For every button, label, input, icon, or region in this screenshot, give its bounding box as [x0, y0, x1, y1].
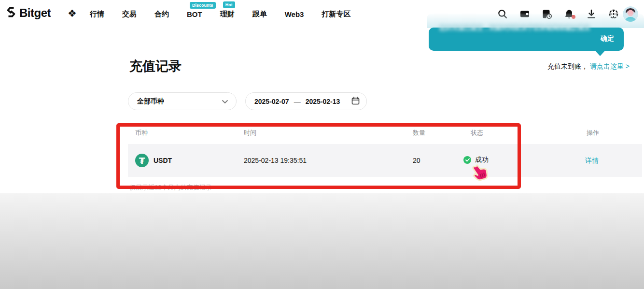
page-title: 充值记录: [129, 58, 182, 75]
coin-filter-value: 全部币种: [137, 97, 164, 106]
col-header-status: 状态: [471, 129, 483, 137]
date-start-value: 2025-02-07: [254, 98, 289, 105]
table-row: ₮ USDT 2025-02-13 19:35:51 20 成功 详情: [128, 144, 642, 177]
status-text: 成功: [475, 156, 489, 164]
nav-item-trade[interactable]: 交易: [122, 10, 137, 19]
date-end-value: 2025-02-13: [306, 98, 340, 105]
deposit-not-arrived-row: 充值未到账， 请点击这里 >: [547, 62, 630, 71]
nav-item-web3[interactable]: Web3: [285, 10, 304, 18]
coin-cell: ₮ USDT: [135, 154, 172, 167]
date-range-separator: —: [294, 98, 301, 105]
click-here-link[interactable]: 请点击这里 >: [590, 62, 630, 70]
status-cell: 成功: [463, 156, 489, 164]
apps-menu-icon[interactable]: ❖: [68, 8, 77, 19]
deposit-time: 2025-02-13 19:35:51: [244, 157, 307, 164]
bitget-deposit-records-page: Bitget ❖ 行情 交易 合约 BOT Discounts 理财 Hot 跟…: [0, 0, 644, 289]
not-arrived-label: 充值未到账，: [547, 62, 588, 70]
calendar-icon: [351, 97, 360, 106]
col-header-action: 操作: [587, 129, 599, 137]
bitget-logo-icon: [6, 7, 16, 19]
nav-item-copy-trading[interactable]: 跟单: [252, 10, 267, 19]
deposit-tooltip-popup: 您的充值已提交，到账时间取决于区块链网络确认情况 确定: [429, 28, 624, 51]
nav-item-earn[interactable]: 理财 Hot: [220, 10, 235, 19]
coin-filter-select[interactable]: 全部币种: [128, 92, 237, 110]
main-nav: 行情 交易 合约 BOT Discounts 理财 Hot 跟单 Web3 打新…: [90, 0, 350, 28]
chevron-down-icon: [222, 98, 228, 105]
nav-item-futures[interactable]: 合约: [154, 10, 169, 19]
nav-item-launchpad[interactable]: 打新专区: [322, 10, 350, 19]
hot-badge: Hot: [223, 1, 235, 8]
coin-name: USDT: [154, 157, 172, 164]
tooltip-blurred-message: 您的充值已提交，到账时间取决于区块链网络确认情况: [439, 24, 603, 32]
brand-wordmark: Bitget: [19, 6, 51, 20]
deposit-amount: 20: [413, 157, 420, 164]
tooltip-confirm-button[interactable]: 确定: [601, 34, 614, 43]
table-footnote: 仅展示近12个月内的充值记录: [129, 183, 211, 192]
discounts-badge: Discounts: [190, 2, 216, 9]
success-check-icon: [463, 156, 471, 164]
nav-item-bot[interactable]: BOT Discounts: [187, 10, 202, 18]
date-range-picker[interactable]: 2025-02-07 — 2025-02-13: [245, 92, 367, 110]
col-header-coin: 币种: [135, 129, 148, 137]
usdt-tether-icon: ₮: [135, 154, 149, 167]
footer-area: Bitget Trade smarter 公司 产品 跟单 服务 法律与风险披露…: [0, 193, 644, 289]
col-header-amount: 数量: [413, 129, 425, 137]
bitget-logo[interactable]: Bitget: [6, 6, 51, 20]
col-header-time: 时间: [244, 129, 256, 137]
details-link[interactable]: 详情: [585, 157, 599, 165]
nav-item-markets[interactable]: 行情: [90, 10, 104, 19]
